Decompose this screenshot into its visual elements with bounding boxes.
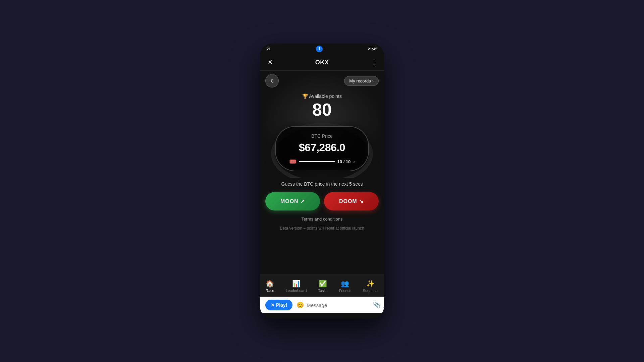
status-time-right: 21:45 — [368, 47, 377, 51]
terms-section: Terms and conditions — [260, 210, 384, 225]
music-icon: ♫ — [270, 78, 274, 84]
points-value: 80 — [260, 100, 384, 119]
status-bar: 21 f 21:45 — [260, 44, 384, 54]
tasks-label: Tasks — [318, 289, 327, 293]
my-records-button[interactable]: My records › — [344, 76, 379, 86]
btc-oval-container: BTC Price $67,286.0 🎟️ 10 / 10 › — [260, 119, 384, 175]
progress-text: 10 / 10 — [337, 159, 351, 164]
progress-bar-fill — [299, 161, 335, 162]
beta-text: Beta version – points will reset at offi… — [260, 225, 384, 235]
message-input-area: 😊 📎 🎤 — [297, 301, 384, 309]
status-bar-left: 21 — [267, 47, 271, 51]
friends-icon: 👥 — [341, 280, 349, 288]
music-button[interactable]: ♫ — [265, 74, 279, 87]
nav-item-surprises[interactable]: ✨ Surprises — [360, 278, 381, 294]
top-controls: ♫ My records › — [260, 71, 384, 91]
my-records-arrow: › — [372, 78, 374, 83]
doom-button[interactable]: DOOM ↘ — [324, 192, 379, 210]
attach-icon[interactable]: 📎 — [373, 301, 380, 309]
nav-item-race[interactable]: 🏠 Race — [263, 278, 277, 294]
mic-icon[interactable]: 🎤 — [383, 301, 384, 309]
terms-link[interactable]: Terms and conditions — [302, 217, 343, 222]
more-button[interactable]: ⋮ — [369, 58, 379, 67]
scroll-area: ♫ My records › 🏆 Available points 80 BTC… — [260, 71, 384, 275]
nav-item-friends[interactable]: 👥 Friends — [336, 278, 354, 294]
available-points-section: 🏆 Available points 80 — [260, 91, 384, 119]
btc-price: $67,286.0 — [289, 141, 355, 154]
action-buttons: MOON ↗ DOOM ↘ — [260, 192, 384, 210]
btc-label: BTC Price — [289, 133, 355, 139]
surprises-icon: ✨ — [366, 280, 375, 288]
progress-next-arrow[interactable]: › — [353, 159, 355, 164]
emoji-icon[interactable]: 😊 — [297, 301, 304, 309]
tasks-icon: ✅ — [319, 280, 327, 288]
facebook-icon: f — [316, 46, 323, 52]
play-button[interactable]: ✕ Play! — [265, 300, 292, 310]
app-title: OKX — [315, 59, 329, 66]
bottom-nav: 🏠 Race 📊 Leaderboard ✅ Tasks 👥 Friends ✨… — [260, 275, 384, 297]
available-points-label: 🏆 Available points — [260, 94, 384, 99]
progress-bar-track — [299, 161, 335, 162]
moon-button[interactable]: MOON ↗ — [265, 192, 320, 210]
nav-item-leaderboard[interactable]: 📊 Leaderboard — [283, 278, 309, 294]
btc-oval: BTC Price $67,286.0 🎟️ 10 / 10 › — [275, 126, 369, 171]
message-input[interactable] — [307, 302, 370, 308]
close-button[interactable]: ✕ — [265, 58, 275, 67]
surprises-label: Surprises — [363, 289, 378, 293]
phone-container: 21 f 21:45 ✕ OKX ⋮ ♫ My records › — [260, 44, 384, 318]
status-bar-right: 21:45 — [368, 47, 377, 51]
my-records-label: My records — [349, 78, 371, 83]
nav-item-tasks[interactable]: ✅ Tasks — [315, 278, 330, 294]
leaderboard-icon: 📊 — [292, 280, 301, 288]
status-time: 21 — [267, 47, 271, 51]
main-content: ♫ My records › 🏆 Available points 80 BTC… — [260, 71, 384, 235]
btc-progress: 🎟️ 10 / 10 › — [289, 158, 355, 165]
messenger-bar: ✕ Play! 😊 📎 🎤 — [260, 297, 384, 313]
race-label: Race — [266, 289, 274, 293]
friends-label: Friends — [339, 289, 352, 293]
app-header: ✕ OKX ⋮ — [260, 54, 384, 71]
race-icon: 🏠 — [266, 280, 274, 288]
leaderboard-label: Leaderboard — [286, 289, 307, 293]
progress-icon: 🎟️ — [289, 158, 297, 165]
